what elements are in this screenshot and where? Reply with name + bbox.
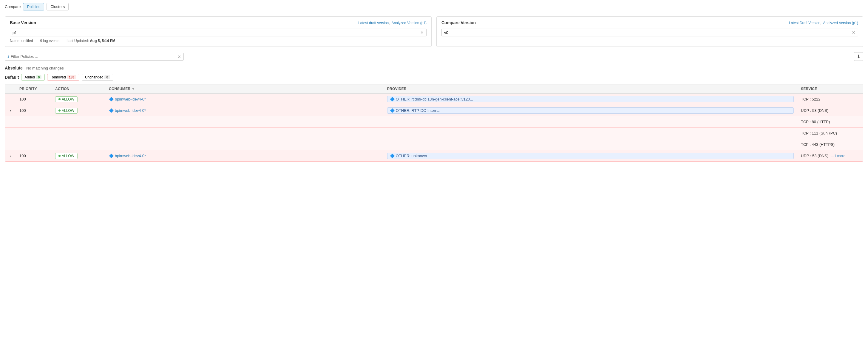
row2-action-badge: ALLOW — [55, 108, 78, 114]
row3-provider-badge: 🔷 OTHER: unknown — [387, 153, 794, 159]
row2-service: UDP : 53 (DNS) — [797, 106, 863, 115]
row1-consumer: 🔷 bpimweb-idev4-0* — [105, 95, 383, 103]
row2-action-dot — [59, 110, 61, 112]
row2-consumer-icon: 🔷 — [109, 108, 114, 113]
subrow2-service: TCP : 111 (SunRPC) — [797, 129, 863, 137]
absolute-no-changes: No matching changes — [26, 66, 64, 70]
added-button[interactable]: Added 0 — [21, 74, 45, 81]
row3-provider: 🔷 OTHER: unknown — [383, 151, 797, 161]
download-button[interactable]: ⬇ — [854, 52, 863, 61]
row1-action-dot — [59, 98, 61, 100]
subrow2-priority — [16, 131, 52, 135]
top-bar: Compare Policies Clusters — [0, 0, 868, 13]
row3-action-badge: ALLOW — [55, 153, 78, 159]
row1-consumer-icon: 🔷 — [109, 97, 114, 101]
filter-clear-icon[interactable]: ✕ — [178, 54, 181, 59]
subrow3-provider — [383, 143, 797, 147]
subrow1-expand — [5, 120, 16, 124]
base-version-updated-label: Last Updated: — [66, 39, 89, 43]
compare-version-clear-icon[interactable]: ✕ — [852, 30, 856, 35]
removed-button[interactable]: Removed 153 — [47, 74, 79, 81]
compare-version-panel: Compare Version Latest Draft Version, An… — [436, 17, 863, 47]
row3-more-link[interactable]: ...1 more — [831, 154, 845, 158]
row1-provider-badge: 🔷 OTHER: rcdn9-dci13n-gen-client-ace:iv1… — [387, 96, 794, 102]
policy-table: Priority Action Consumer ▼ Provider Serv… — [5, 84, 863, 162]
row2-action: ALLOW — [52, 106, 105, 116]
row2-expand-icon[interactable]: ▾ — [5, 107, 16, 114]
row2-provider-badge: 🔷 OTHER: RTP-DC-Internal — [387, 107, 794, 114]
row2-priority: 100 — [16, 106, 52, 115]
th-action: Action — [52, 84, 105, 93]
subrow1-consumer — [105, 120, 383, 124]
th-priority: Priority — [16, 84, 52, 93]
absolute-section: Absolute No matching changes — [0, 63, 868, 73]
th-service: Service — [797, 84, 863, 93]
row3-service: UDP : 53 (DNS) ...1 more — [797, 152, 863, 160]
row1-provider-icon: 🔷 — [390, 97, 395, 101]
compare-version-input[interactable] — [444, 30, 852, 35]
removed-label: Removed — [51, 75, 66, 79]
base-version-meta: Name: untitled 9 log events Last Updated… — [10, 39, 427, 43]
subrow2-consumer — [105, 131, 383, 135]
base-version-links: Latest draft version, Analyzed Version (… — [358, 21, 427, 25]
row1-action: ALLOW — [52, 95, 105, 104]
default-section: Default Added 0 Removed 153 Unchanged 0 — [0, 73, 868, 82]
compare-analyzed-link[interactable]: Analyzed Version (p1) — [823, 21, 858, 25]
default-header: Default Added 0 Removed 153 Unchanged 0 — [5, 73, 863, 82]
base-analyzed-link[interactable]: Analyzed Version (p1) — [392, 21, 427, 25]
row1-service: TCP : 5222 — [797, 95, 863, 103]
table-row: 100 ALLOW 🔷 bpimweb-idev4-0* 🔷 OTHER: rc… — [5, 94, 863, 105]
row3-action-dot — [59, 155, 61, 157]
row1-expand — [5, 97, 16, 101]
row3-priority: 100 — [16, 152, 52, 160]
subrow3-action — [52, 143, 105, 147]
th-consumer: Consumer ▼ — [105, 84, 383, 93]
unchanged-label: Unchanged — [85, 75, 103, 79]
base-version-events: 9 log events — [40, 39, 59, 43]
row3-expand-icon[interactable]: ▸ — [5, 152, 16, 159]
default-label: Default — [5, 75, 19, 80]
subrow1-priority — [16, 120, 52, 124]
base-version-name: Name: untitled — [10, 39, 33, 43]
compare-label: Compare — [5, 4, 21, 9]
base-version-input-row: ✕ — [10, 29, 427, 36]
tab-policies[interactable]: Policies — [23, 3, 44, 10]
base-latest-draft-link[interactable]: Latest draft version — [358, 21, 389, 25]
row1-provider: 🔷 OTHER: rcdn9-dci13n-gen-client-ace:iv1… — [383, 94, 797, 104]
table-row: TCP : 443 (HTTPS) — [5, 139, 863, 150]
subrow3-expand — [5, 143, 16, 147]
subrow3-service: TCP : 443 (HTTPS) — [797, 141, 863, 149]
row3-action: ALLOW — [52, 151, 105, 161]
base-version-panel: Base Version Latest draft version, Analy… — [5, 17, 432, 47]
subrow1-service: TCP : 80 (HTTP) — [797, 118, 863, 126]
version-panels: Base Version Latest draft version, Analy… — [0, 13, 868, 50]
row2-consumer: 🔷 bpimweb-idev4-0* — [105, 106, 383, 115]
removed-count: 153 — [67, 75, 76, 79]
subrow3-priority — [16, 143, 52, 147]
subrow3-consumer — [105, 143, 383, 147]
row1-priority: 100 — [16, 95, 52, 103]
row2-provider-icon: 🔷 — [390, 108, 395, 113]
base-version-title: Base Version — [10, 20, 36, 25]
row2-provider: 🔷 OTHER: RTP-DC-Internal — [383, 105, 797, 116]
subrow2-action — [52, 131, 105, 135]
base-version-input[interactable] — [12, 30, 420, 35]
compare-latest-draft-link[interactable]: Latest Draft Version — [789, 21, 820, 25]
filter-input[interactable] — [11, 54, 178, 59]
table-row: TCP : 80 (HTTP) — [5, 116, 863, 128]
added-count: 0 — [36, 75, 41, 79]
unchanged-button[interactable]: Unchanged 0 — [82, 74, 113, 81]
base-version-clear-icon[interactable]: ✕ — [420, 30, 424, 35]
compare-version-input-row: ✕ — [441, 29, 858, 36]
tab-clusters[interactable]: Clusters — [46, 3, 69, 10]
subrow1-provider — [383, 120, 797, 124]
base-version-updated-value: Aug 5, 5:14 PM — [90, 39, 115, 43]
consumer-sort-icon[interactable]: ▼ — [131, 87, 134, 91]
table-row: ▸ 100 ALLOW 🔷 bpimweb-idev4-0* 🔷 OTHER: … — [5, 150, 863, 162]
filter-input-container: ℹ ✕ — [5, 53, 184, 61]
row3-consumer: 🔷 bpimweb-idev4-0* — [105, 152, 383, 160]
row3-consumer-icon: 🔷 — [109, 154, 114, 158]
table-row: ▾ 100 ALLOW 🔷 bpimweb-idev4-0* 🔷 OTHER: … — [5, 105, 863, 116]
subrow1-action — [52, 120, 105, 124]
table-header: Priority Action Consumer ▼ Provider Serv… — [5, 84, 863, 94]
